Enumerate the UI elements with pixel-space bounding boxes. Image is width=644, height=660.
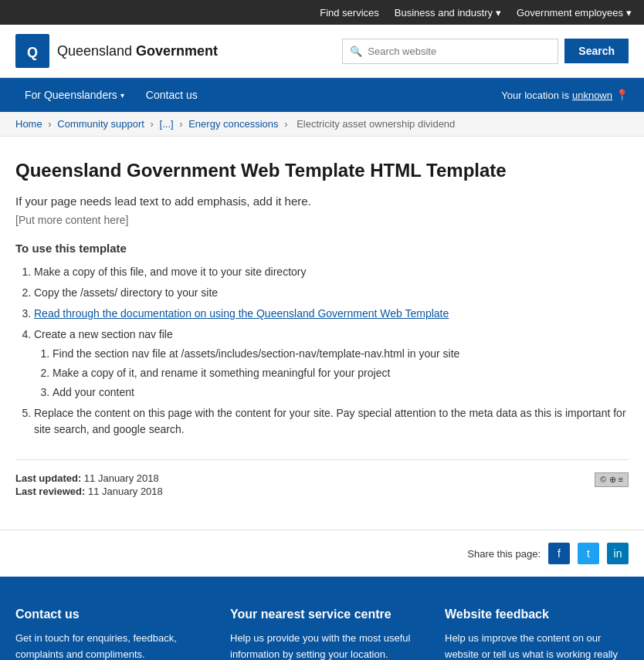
search-input-wrap: 🔍 <box>342 39 558 64</box>
share-label: Share this page: <box>467 548 541 560</box>
nested-list-item: Find the section nav file at /assets/inc… <box>53 346 629 362</box>
location-indicator: Your location is unknown 📍 <box>501 89 629 101</box>
section-heading: To use this template <box>15 242 629 255</box>
utility-bar: Find services Business and industry ▾ Go… <box>0 0 644 25</box>
breadcrumb-separator: › <box>48 118 54 130</box>
footer-service-col: Your nearest service centre Help us prov… <box>230 608 414 660</box>
footer-service-desc: Help us provide you with the most useful… <box>230 631 414 660</box>
main-content: Queensland Government Web Template HTML … <box>0 137 644 530</box>
breadcrumb-energy-concessions[interactable]: Energy concessions <box>188 118 278 130</box>
breadcrumb-separator: › <box>179 118 185 130</box>
chevron-down-icon: ▾ <box>626 7 632 19</box>
search-area: 🔍 Search <box>342 39 629 64</box>
metadata-section: Last updated: 11 January 2018 Last revie… <box>15 459 629 499</box>
footer-service-heading: Your nearest service centre <box>230 608 414 621</box>
chevron-down-icon: ▾ <box>120 91 124 100</box>
chevron-down-icon: ▾ <box>496 7 501 19</box>
find-services-link[interactable]: Find services <box>320 7 379 19</box>
nested-list: Find the section nav file at /assets/inc… <box>34 346 629 401</box>
footer-contact-desc: Get in touch for enquiries, feedback, co… <box>15 631 199 660</box>
last-reviewed: Last reviewed: 11 January 2018 <box>15 486 163 497</box>
nested-list-item: Add your content <box>53 384 629 401</box>
last-updated: Last updated: 11 January 2018 <box>15 472 163 484</box>
breadcrumb-home[interactable]: Home <box>15 118 42 130</box>
business-industry-link[interactable]: Business and industry ▾ <box>395 7 501 19</box>
header: Q Queensland Government 🔍 Search <box>0 25 644 78</box>
breadcrumb-ellipsis[interactable]: [...] <box>160 118 174 130</box>
queensland-logo: Q <box>15 34 49 68</box>
logo-queensland: Queensland <box>57 43 136 59</box>
contact-us-nav[interactable]: Contact us <box>137 78 207 112</box>
list-item: Replace the content on this page with th… <box>34 405 629 438</box>
footer-feedback-col: Website feedback Help us improve the con… <box>445 608 629 660</box>
logo-area: Q Queensland Government <box>15 34 218 68</box>
breadcrumb-current: Electricity asset ownership dividend <box>297 118 455 130</box>
location-icon: 📍 <box>615 89 629 101</box>
for-queenslanders-nav[interactable]: For Queenslanders ▾ <box>15 78 134 112</box>
footer-feedback-desc: Help us improve the content on our websi… <box>445 631 629 660</box>
location-link[interactable]: unknown <box>572 90 612 101</box>
nested-list-item: Make a copy of it, and rename it somethi… <box>53 365 629 381</box>
search-icon: 🔍 <box>350 46 362 57</box>
placeholder-text: [Put more content here] <box>15 214 629 226</box>
search-button[interactable]: Search <box>564 39 629 63</box>
footer-contact-heading: Contact us <box>15 608 199 621</box>
breadcrumb: Home › Community support › [...] › Energ… <box>0 112 644 137</box>
lead-text: If your page needs lead text to add emph… <box>15 195 629 208</box>
list-item: Create a new section nav file Find the s… <box>34 327 629 401</box>
documentation-link[interactable]: Read through the documentation on using … <box>34 307 449 320</box>
facebook-share-icon[interactable]: f <box>548 543 570 564</box>
linkedin-share-icon[interactable]: in <box>607 543 629 564</box>
logo-text: Queensland Government <box>57 43 218 59</box>
breadcrumb-community-support[interactable]: Community support <box>57 118 144 130</box>
share-bar: Share this page: f t in <box>0 530 644 577</box>
steps-list: Make a copy of this file, and move it to… <box>15 264 629 438</box>
breadcrumb-separator: › <box>284 118 290 130</box>
svg-text:Q: Q <box>27 45 38 60</box>
twitter-share-icon[interactable]: t <box>578 543 599 564</box>
footer-feedback-heading: Website feedback <box>445 608 629 621</box>
list-item: Copy the /assets/ directory to your site <box>34 285 629 301</box>
nav-bar: For Queenslanders ▾ Contact us Your loca… <box>0 78 644 112</box>
search-input[interactable] <box>342 39 558 64</box>
footer-grid: Contact us Get in touch for enquiries, f… <box>15 608 629 660</box>
list-item: Read through the documentation on using … <box>34 306 629 322</box>
nav-left: For Queenslanders ▾ Contact us <box>15 78 207 112</box>
government-employees-link[interactable]: Government employees ▾ <box>517 7 632 19</box>
page-title: Queensland Government Web Template HTML … <box>15 158 629 182</box>
list-item: Make a copy of this file, and move it to… <box>34 264 629 280</box>
footer: Contact us Get in touch for enquiries, f… <box>0 577 644 660</box>
cc-badge: © ⊕ ≡ <box>595 472 629 487</box>
breadcrumb-separator: › <box>151 118 157 130</box>
footer-contact-col: Contact us Get in touch for enquiries, f… <box>15 608 199 660</box>
metadata-dates: Last updated: 11 January 2018 Last revie… <box>15 472 163 499</box>
logo-government: Government <box>136 43 218 59</box>
cc-license: © ⊕ ≡ <box>595 472 629 487</box>
